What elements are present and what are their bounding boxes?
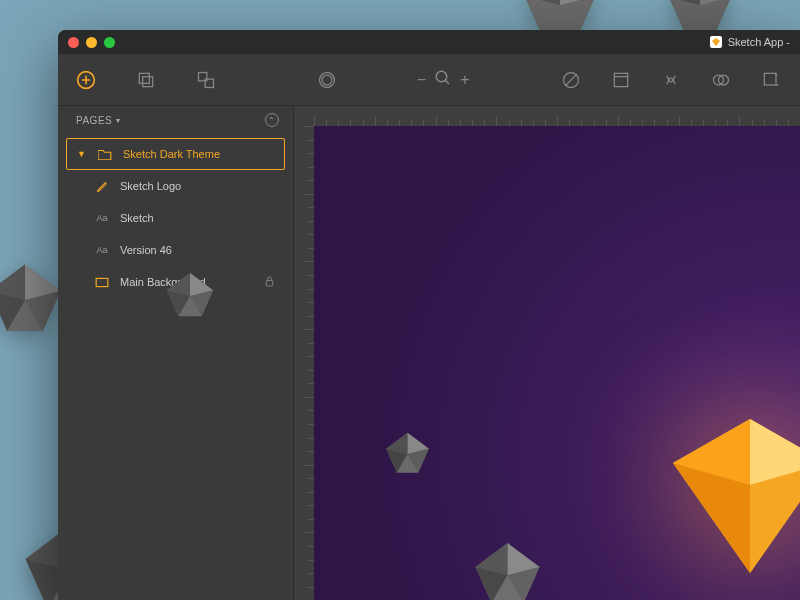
lock-icon[interactable] <box>264 275 275 289</box>
svg-marker-16 <box>712 38 720 46</box>
folder-icon <box>97 148 113 160</box>
symbol-button[interactable] <box>317 69 337 91</box>
svg-rect-21 <box>143 76 153 86</box>
svg-marker-0 <box>0 264 61 331</box>
layer-label: Main Background <box>120 276 254 288</box>
traffic-maximize-button[interactable] <box>104 37 115 48</box>
svg-line-28 <box>565 74 577 86</box>
toolbar: − + <box>58 54 800 106</box>
svg-marker-3 <box>0 291 25 331</box>
zoom-controls: − + <box>417 69 470 91</box>
svg-marker-1 <box>25 264 61 300</box>
ungroup-button[interactable] <box>196 69 216 91</box>
insert-button[interactable] <box>76 69 96 91</box>
zoom-in-button[interactable]: + <box>460 71 469 89</box>
collapse-pages-button[interactable]: ⌃ <box>265 113 279 127</box>
svg-marker-4 <box>25 291 61 331</box>
zoom-icon[interactable] <box>434 69 452 91</box>
titlebar[interactable]: Sketch App - <box>58 30 800 54</box>
svg-marker-15 <box>669 0 700 5</box>
zoom-out-button[interactable]: − <box>417 71 426 89</box>
layers-list: ▼ Sketch Dark Theme Sketch Logo Aa Sketc… <box>58 134 293 302</box>
ruler-corner <box>294 106 314 126</box>
transform-button[interactable] <box>660 69 682 91</box>
layer-label: Sketch <box>120 212 275 224</box>
svg-line-26 <box>445 80 449 84</box>
artboard-icon <box>94 277 110 288</box>
svg-rect-34 <box>266 281 272 287</box>
chevron-down-icon: ▾ <box>116 116 121 125</box>
svg-point-25 <box>436 71 447 82</box>
svg-rect-32 <box>764 73 776 85</box>
text-icon: Aa <box>94 213 110 223</box>
app-window: Sketch App - − + <box>58 30 800 600</box>
svg-marker-2 <box>0 264 25 300</box>
traffic-minimize-button[interactable] <box>86 37 97 48</box>
ruler-vertical[interactable] <box>294 126 314 600</box>
text-icon: Aa <box>94 245 110 255</box>
sketch-doc-icon <box>710 36 722 48</box>
svg-marker-14 <box>700 0 731 5</box>
window-title: Sketch App - <box>710 30 790 54</box>
svg-marker-11 <box>560 0 596 5</box>
ruler-horizontal[interactable] <box>314 106 800 126</box>
layer-label: Sketch Logo <box>120 180 275 192</box>
window-title-text: Sketch App - <box>728 36 790 48</box>
layer-row-artboard[interactable]: Main Background <box>66 266 285 298</box>
svg-marker-13 <box>669 0 731 32</box>
pages-header: PAGES ▾ ⌃ <box>58 106 293 134</box>
pages-dropdown[interactable]: PAGES ▾ <box>76 115 121 126</box>
traffic-close-button[interactable] <box>68 37 79 48</box>
layer-row-text[interactable]: Aa Version 46 <box>66 234 285 266</box>
disclosure-triangle-icon[interactable]: ▼ <box>77 149 87 159</box>
pages-label: PAGES <box>76 115 112 126</box>
group-button[interactable] <box>136 69 156 91</box>
mask-button[interactable] <box>710 69 732 91</box>
layer-label: Sketch Dark Theme <box>123 148 274 160</box>
scale-button[interactable] <box>760 69 782 91</box>
svg-rect-29 <box>614 73 627 86</box>
sketch-logo-shape[interactable] <box>640 406 800 590</box>
pencil-icon <box>94 180 110 193</box>
layer-row-folder[interactable]: ▼ Sketch Dark Theme <box>66 138 285 170</box>
svg-rect-20 <box>139 73 149 83</box>
layer-row-shape[interactable]: Sketch Logo <box>66 170 285 202</box>
canvas[interactable] <box>294 106 800 600</box>
svg-rect-33 <box>96 278 108 286</box>
svg-marker-12 <box>524 0 560 5</box>
artboard-main-background[interactable] <box>314 126 800 600</box>
layer-label: Version 46 <box>120 244 275 256</box>
layers-sidebar: PAGES ▾ ⌃ ▼ Sketch Dark Theme <box>58 106 294 600</box>
edit-button[interactable] <box>610 69 632 91</box>
rotate-button[interactable] <box>560 69 582 91</box>
layer-row-text[interactable]: Aa Sketch <box>66 202 285 234</box>
